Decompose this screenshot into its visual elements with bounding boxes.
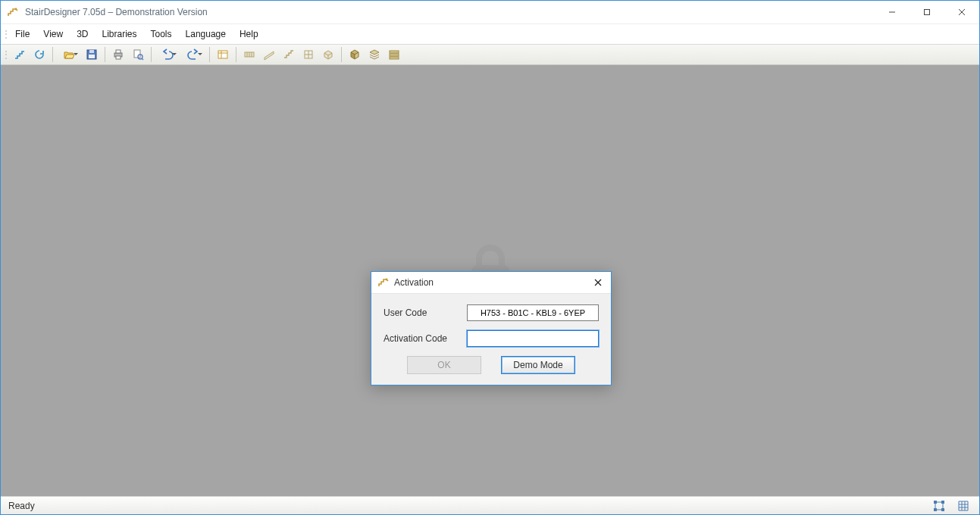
- menu-3d[interactable]: 3D: [70, 26, 95, 42]
- window-title: StairDesigner 7.05d – Demonstration Vers…: [23, 7, 875, 17]
- svg-rect-10: [116, 56, 121, 59]
- menu-libraries[interactable]: Libraries: [95, 26, 143, 42]
- status-text: Ready: [1, 501, 923, 511]
- svg-rect-14: [218, 51, 227, 58]
- menu-file[interactable]: File: [8, 26, 36, 42]
- menu-language[interactable]: Language: [179, 26, 233, 42]
- window-controls: [875, 1, 979, 23]
- svg-line-13: [142, 58, 143, 60]
- open-icon[interactable]: [57, 45, 81, 64]
- refresh-icon[interactable]: [30, 45, 49, 64]
- section-3d-icon[interactable]: [280, 45, 298, 64]
- section-iso-icon[interactable]: [319, 45, 337, 64]
- dialog-body: User Code Activation Code OK Demo Mode: [371, 294, 611, 385]
- app-logo-icon: [7, 6, 19, 18]
- undo-icon[interactable]: [155, 45, 180, 64]
- menubar: ⋮ File View 3D Libraries Tools Language …: [1, 24, 979, 45]
- ok-button[interactable]: OK: [407, 356, 481, 374]
- dialog-titlebar[interactable]: Activation: [371, 272, 611, 294]
- maximize-button[interactable]: [910, 1, 944, 23]
- toolbar-separator: [341, 47, 342, 62]
- svg-rect-24: [390, 51, 399, 53]
- toolbar-separator: [209, 47, 210, 62]
- section-top-icon[interactable]: [240, 45, 258, 64]
- menu-help[interactable]: Help: [233, 26, 265, 42]
- svg-rect-2: [925, 10, 930, 15]
- toolbar-separator: [52, 47, 53, 62]
- redo-icon[interactable]: [181, 45, 205, 64]
- properties-icon[interactable]: [214, 45, 232, 64]
- status-grid-icon[interactable]: [957, 499, 970, 513]
- toolbar-separator: [236, 47, 236, 62]
- section-side-icon[interactable]: [260, 45, 278, 64]
- statusbar: Ready: [1, 496, 979, 514]
- dialog-app-icon: [377, 276, 390, 289]
- user-code-field[interactable]: [467, 304, 599, 321]
- svg-rect-25: [390, 54, 399, 56]
- stair-new-icon[interactable]: [11, 45, 29, 64]
- toolbar-separator: [151, 47, 152, 62]
- svg-rect-7: [89, 55, 95, 58]
- workspace-canvas[interactable]: anxz.com Activation User Code Activatio: [1, 65, 979, 496]
- svg-rect-11: [134, 50, 140, 58]
- options-icon[interactable]: [385, 45, 403, 64]
- activation-code-label: Activation Code: [384, 333, 467, 344]
- svg-rect-34: [934, 501, 937, 504]
- svg-point-0: [15, 8, 17, 11]
- svg-rect-9: [116, 50, 121, 53]
- toolbar-grip-icon[interactable]: ⋮: [4, 49, 8, 60]
- menu-view[interactable]: View: [36, 26, 70, 42]
- toolbar: ⋮: [1, 45, 979, 65]
- dialog-close-button[interactable]: [585, 272, 611, 293]
- print-preview-icon[interactable]: [129, 45, 147, 64]
- svg-point-30: [386, 279, 388, 281]
- svg-rect-35: [941, 501, 944, 504]
- activation-dialog: Activation User Code Activation Code OK …: [371, 271, 612, 385]
- minimize-button[interactable]: [875, 1, 910, 23]
- menu-tools[interactable]: Tools: [144, 26, 179, 42]
- svg-rect-37: [941, 508, 944, 511]
- print-icon[interactable]: [109, 45, 127, 64]
- svg-rect-26: [390, 57, 399, 59]
- activation-code-field[interactable]: [467, 330, 599, 347]
- dialog-title: Activation: [394, 277, 585, 288]
- toolbar-separator: [105, 47, 105, 62]
- layers-icon[interactable]: [365, 45, 384, 64]
- svg-rect-6: [89, 50, 94, 53]
- demo-mode-button[interactable]: Demo Mode: [501, 356, 575, 374]
- status-snap-icon[interactable]: [932, 499, 946, 513]
- view-3d-icon[interactable]: [346, 45, 364, 64]
- user-code-label: User Code: [384, 307, 467, 318]
- svg-rect-36: [934, 508, 937, 511]
- section-plan-icon[interactable]: [299, 45, 318, 64]
- save-icon[interactable]: [83, 45, 101, 64]
- app-window: StairDesigner 7.05d – Demonstration Vers…: [0, 0, 980, 515]
- titlebar: StairDesigner 7.05d – Demonstration Vers…: [1, 1, 979, 24]
- close-button[interactable]: [944, 1, 979, 23]
